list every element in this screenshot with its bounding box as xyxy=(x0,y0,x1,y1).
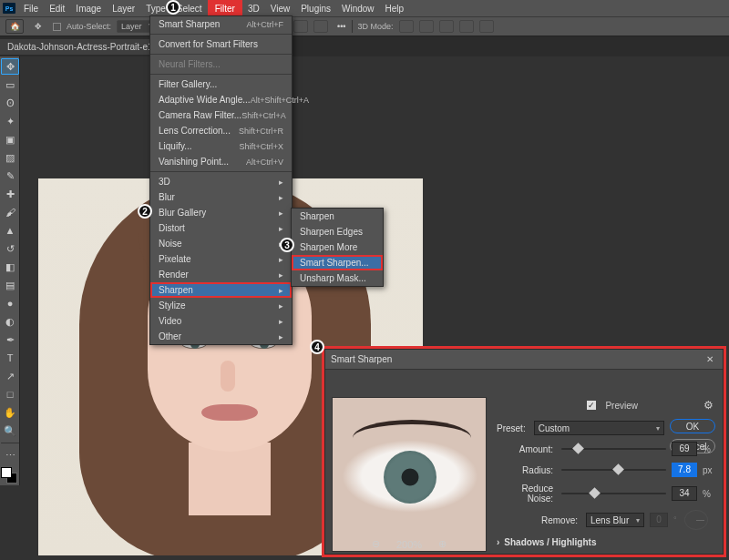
filter-cameraraw[interactable]: Camera Raw Filter...Shift+Ctrl+A xyxy=(150,107,292,123)
remove-dropdown[interactable]: Lens Blur xyxy=(586,513,644,527)
path-tool[interactable]: ↗ xyxy=(1,368,19,384)
amount-unit: % xyxy=(703,444,715,454)
close-icon[interactable]: ✕ xyxy=(703,352,717,367)
home-button[interactable]: 🏠 xyxy=(5,19,24,34)
separator xyxy=(150,74,292,75)
amount-slider[interactable] xyxy=(561,443,666,455)
filter-menu: Smart Sharpen Alt+Ctrl+F Convert for Sma… xyxy=(149,15,293,345)
preview-image[interactable] xyxy=(332,397,487,552)
filter-other[interactable]: Other xyxy=(150,329,292,344)
move-tool-icon: ✥ xyxy=(29,19,47,34)
filter-blur[interactable]: Blur xyxy=(150,189,292,205)
type-tool[interactable]: T xyxy=(1,350,19,366)
move-tool[interactable]: ✥ xyxy=(1,58,19,75)
sub-unsharp-mask[interactable]: Unsharp Mask... xyxy=(292,270,383,286)
menu-edit[interactable]: Edit xyxy=(44,2,70,15)
menu-image[interactable]: Image xyxy=(70,2,107,15)
tools-panel: ✥ ▭ ʘ ✦ ▣ ▨ ✎ ✚ 🖌 ▲ ↺ ◧ ▤ ● ◐ ✒ T ↗ □ ✋ … xyxy=(0,56,20,485)
preset-label: Preset: xyxy=(497,423,529,433)
angle-input: 0 xyxy=(650,513,668,527)
frame-tool[interactable]: ▨ xyxy=(1,149,19,166)
crop-tool[interactable]: ▣ xyxy=(1,131,19,148)
divider xyxy=(1,443,19,443)
filter-gallery[interactable]: Filter Gallery... xyxy=(150,76,292,92)
angle-dial xyxy=(684,510,708,530)
sub-sharpen-edges[interactable]: Sharpen Edges xyxy=(292,224,383,239)
filter-sharpen[interactable]: Sharpen xyxy=(150,282,292,298)
eraser-tool[interactable]: ◧ xyxy=(1,259,19,275)
shadows-highlights-toggle[interactable]: › Shadows / Highlights xyxy=(497,537,715,547)
color-swatch[interactable] xyxy=(1,467,17,484)
menu-file[interactable]: File xyxy=(18,2,44,15)
distribute-icon-2[interactable] xyxy=(293,20,308,33)
3d-icon-2[interactable] xyxy=(419,20,434,33)
menu-layer[interactable]: Layer xyxy=(107,2,140,15)
filter-render[interactable]: Render xyxy=(150,267,292,282)
preset-dropdown[interactable]: Custom xyxy=(534,421,664,435)
zoom-tool[interactable]: 🔍 xyxy=(1,423,19,439)
filter-pixelate[interactable]: Pixelate xyxy=(150,251,292,267)
filter-convert[interactable]: Convert for Smart Filters xyxy=(150,36,292,52)
document-tab-bar: Dakota-Johnson-Actress-Portrait-e1522… xyxy=(0,36,729,56)
auto-select-label: Auto-Select: xyxy=(67,22,111,31)
radius-input[interactable]: 7.8 xyxy=(672,463,697,477)
menu-filter[interactable]: Filter xyxy=(208,0,242,17)
3d-mode-label: 3D Mode: xyxy=(358,22,394,31)
filter-stylize[interactable]: Stylize xyxy=(150,298,292,313)
dodge-tool[interactable]: ◐ xyxy=(1,313,19,330)
zoom-level: 200% xyxy=(396,539,422,550)
menu-plugins[interactable]: Plugins xyxy=(295,2,336,15)
menu-help[interactable]: Help xyxy=(380,2,410,15)
filter-3d[interactable]: 3D xyxy=(150,174,292,189)
dialog-titlebar[interactable]: Smart Sharpen ✕ xyxy=(325,350,723,370)
sub-sharpen-more[interactable]: Sharpen More xyxy=(292,239,383,255)
blur-tool[interactable]: ● xyxy=(1,295,19,311)
sub-sharpen[interactable]: Sharpen xyxy=(292,209,383,224)
menu-window[interactable]: Window xyxy=(336,2,380,15)
3d-icon-3[interactable] xyxy=(439,20,454,33)
filter-noise[interactable]: Noise xyxy=(150,236,292,251)
smart-sharpen-dialog: Smart Sharpen ✕ ⊖ 200% ⊕ ✓ Preview ⚙ OK … xyxy=(324,349,724,555)
gradient-tool[interactable]: ▤ xyxy=(1,277,19,293)
stamp-tool[interactable]: ▲ xyxy=(1,222,19,239)
menu-3d[interactable]: 3D xyxy=(242,2,265,15)
3d-icon-1[interactable] xyxy=(399,20,414,33)
brush-tool[interactable]: 🖌 xyxy=(1,204,19,220)
separator xyxy=(150,34,292,35)
radius-slider[interactable] xyxy=(561,463,666,476)
radius-label: Radius: xyxy=(497,465,556,475)
marquee-tool[interactable]: ▭ xyxy=(1,76,19,93)
sub-smart-sharpen[interactable]: Smart Sharpen... xyxy=(292,255,383,270)
heal-tool[interactable]: ✚ xyxy=(1,186,19,202)
wand-tool[interactable]: ✦ xyxy=(1,113,19,129)
3d-icon-5[interactable] xyxy=(479,20,494,33)
filter-liquify[interactable]: Liquify...Shift+Ctrl+X xyxy=(150,138,292,154)
zoom-out-icon[interactable]: ⊖ xyxy=(372,538,380,550)
filter-vanishing[interactable]: Vanishing Point...Alt+Ctrl+V xyxy=(150,154,292,169)
pen-tool[interactable]: ✒ xyxy=(1,331,19,348)
distribute-icon-3[interactable] xyxy=(313,20,328,33)
more-icon[interactable]: ••• xyxy=(337,22,345,31)
filter-neural[interactable]: Neural Filters... xyxy=(150,56,292,72)
filter-lens[interactable]: Lens Correction...Shift+Ctrl+R xyxy=(150,123,292,138)
auto-select-checkbox[interactable] xyxy=(53,23,61,31)
filter-last[interactable]: Smart Sharpen Alt+Ctrl+F xyxy=(150,16,292,32)
lasso-tool[interactable]: ʘ xyxy=(1,95,19,111)
filter-video[interactable]: Video xyxy=(150,313,292,329)
noise-slider[interactable] xyxy=(561,487,666,500)
3d-icon-4[interactable] xyxy=(459,20,474,33)
filter-blurgallery[interactable]: Blur Gallery xyxy=(150,205,292,220)
history-brush-tool[interactable]: ↺ xyxy=(1,240,19,257)
shape-tool[interactable]: □ xyxy=(1,386,19,402)
hand-tool[interactable]: ✋ xyxy=(1,404,19,421)
menu-view[interactable]: View xyxy=(265,2,296,15)
zoom-in-icon[interactable]: ⊕ xyxy=(438,538,447,550)
noise-input[interactable]: 34 xyxy=(672,486,697,501)
eyedropper-tool[interactable]: ✎ xyxy=(1,168,19,184)
radius-unit: px xyxy=(703,465,715,475)
edit-toolbar[interactable]: ⋯ xyxy=(1,447,19,463)
filter-distort[interactable]: Distort xyxy=(150,220,292,236)
menu-bar: Ps File Edit Image Layer Type Select Fil… xyxy=(0,0,729,16)
filter-wideangle[interactable]: Adaptive Wide Angle...Alt+Shift+Ctrl+A xyxy=(150,92,292,107)
amount-input[interactable]: 69 xyxy=(672,442,697,456)
